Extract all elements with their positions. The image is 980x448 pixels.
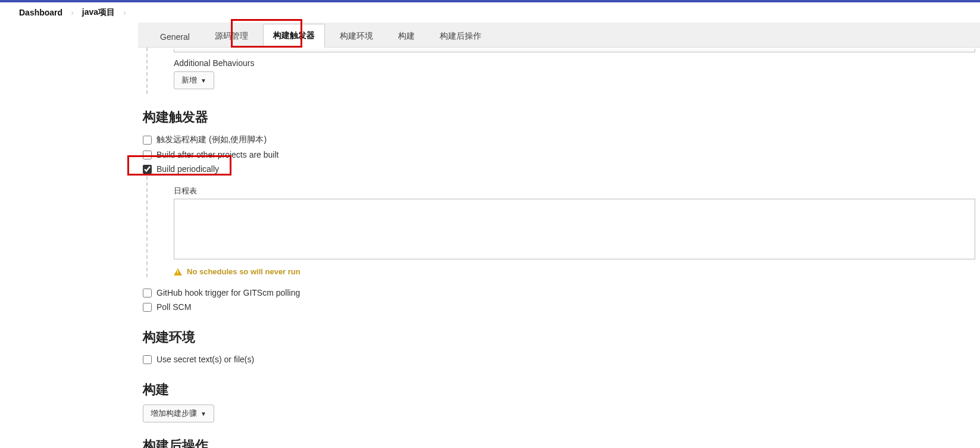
post-build-heading: 构建后操作 <box>143 437 980 448</box>
trigger-github-hook-label: GitHub hook trigger for GITScm polling <box>156 288 300 297</box>
schedule-warning-text: No schedules so will never run <box>187 267 300 276</box>
trigger-remote-row: 触发远程构建 (例如,使用脚本) <box>143 132 980 148</box>
config-tabs: General 源码管理 构建触发器 构建环境 构建 构建后操作 <box>138 23 980 48</box>
tab-build-triggers[interactable]: 构建触发器 <box>263 24 325 48</box>
breadcrumb-dashboard[interactable]: Dashboard <box>14 8 67 17</box>
section-indent-bar <box>146 48 152 94</box>
truncated-field <box>174 49 975 52</box>
trigger-periodically-row: Build periodically <box>143 162 980 176</box>
env-secret-label: Use secret text(s) or file(s) <box>156 355 254 364</box>
tab-build-environment[interactable]: 构建环境 <box>330 24 383 48</box>
add-behaviour-button[interactable]: 新增 ▼ <box>174 71 214 89</box>
trigger-periodically-label: Build periodically <box>156 164 219 174</box>
env-secret-checkbox[interactable] <box>143 355 152 364</box>
trigger-poll-scm-label: Poll SCM <box>156 302 191 312</box>
left-sidebar <box>0 23 138 448</box>
main-content: General 源码管理 构建触发器 构建环境 构建 构建后操作 Additio… <box>138 23 980 448</box>
trigger-poll-scm-checkbox[interactable] <box>143 303 152 312</box>
tab-scm[interactable]: 源码管理 <box>205 24 258 48</box>
tab-post-build[interactable]: 构建后操作 <box>430 24 491 48</box>
add-behaviour-label: 新增 <box>181 75 197 86</box>
breadcrumb-separator-icon: › <box>71 8 74 17</box>
breadcrumb-separator-icon: › <box>123 8 126 17</box>
additional-behaviours-label: Additional Behaviours <box>174 58 975 68</box>
trigger-remote-checkbox[interactable] <box>143 136 152 145</box>
add-build-step-button[interactable]: 增加构建步骤 ▼ <box>143 405 214 422</box>
trigger-poll-scm-row: Poll SCM <box>143 300 980 314</box>
trigger-remote-label: 触发远程构建 (例如,使用脚本) <box>156 134 267 145</box>
caret-down-icon: ▼ <box>201 411 206 417</box>
caret-down-icon: ▼ <box>201 77 206 84</box>
env-secret-row: Use secret text(s) or file(s) <box>143 352 980 366</box>
breadcrumb: Dashboard › java项目 › <box>0 2 980 23</box>
schedule-warning: No schedules so will never run <box>174 267 975 276</box>
schedule-textarea[interactable] <box>174 199 975 259</box>
build-environment-heading: 构建环境 <box>143 328 980 346</box>
tab-general[interactable]: General <box>150 26 200 48</box>
trigger-github-hook-checkbox[interactable] <box>143 289 152 297</box>
trigger-github-hook-row: GitHub hook trigger for GITScm polling <box>143 286 980 300</box>
breadcrumb-project[interactable]: java项目 <box>77 7 120 18</box>
tab-build[interactable]: 构建 <box>388 24 425 48</box>
build-triggers-heading: 构建触发器 <box>143 108 980 126</box>
trigger-after-other-row: Build after other projects are built <box>143 148 980 162</box>
trigger-periodically-checkbox[interactable] <box>143 165 152 174</box>
trigger-after-other-label: Build after other projects are built <box>156 150 278 159</box>
add-build-step-label: 增加构建步骤 <box>151 408 197 419</box>
warning-icon <box>174 268 182 275</box>
schedule-label: 日程表 <box>174 186 975 196</box>
trigger-after-other-checkbox[interactable] <box>143 151 152 159</box>
build-heading: 构建 <box>143 381 980 399</box>
section-indent-bar <box>146 176 152 277</box>
